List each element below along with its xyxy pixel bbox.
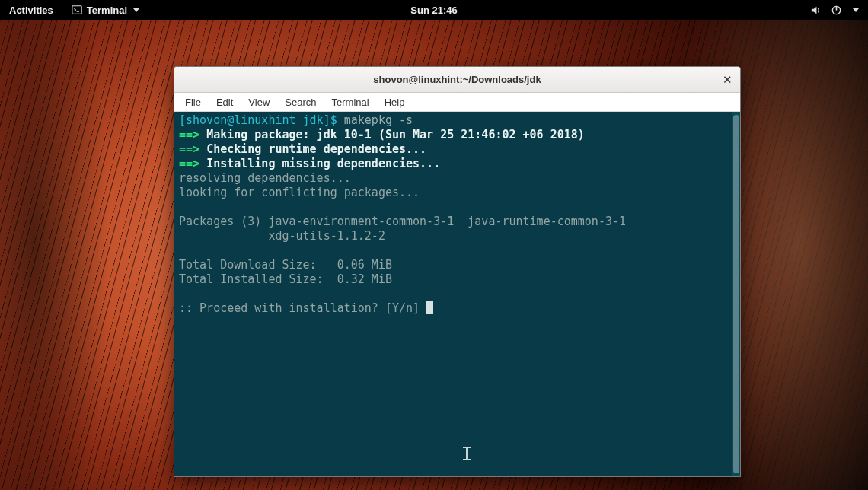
terminal-cursor <box>426 301 433 314</box>
clock-label[interactable]: Sun 21:46 <box>410 5 457 16</box>
output-line: Total Installed Size: 0.32 MiB <box>179 272 392 286</box>
command-text: makepkg -s <box>344 113 413 127</box>
arrow-marker: ==> <box>179 128 199 142</box>
menu-edit[interactable]: Edit <box>209 94 241 110</box>
terminal-icon <box>72 5 82 15</box>
volume-icon[interactable] <box>810 5 822 16</box>
output-line: Checking runtime dependencies... <box>206 142 426 156</box>
output-line: resolving dependencies... <box>179 171 351 185</box>
output-line: Installing missing dependencies... <box>206 157 440 170</box>
chevron-down-icon[interactable] <box>853 8 859 12</box>
menu-view[interactable]: View <box>241 94 277 110</box>
output-line: xdg-utils-1.1.2-2 <box>179 229 385 243</box>
terminal-window: shovon@linuxhint:~/Downloads/jdk ✕ File … <box>174 66 741 477</box>
prompt: [shovon@linuxhint jdk]$ <box>179 113 337 127</box>
menu-file[interactable]: File <box>177 94 209 110</box>
window-title: shovon@linuxhint:~/Downloads/jdk <box>373 74 541 85</box>
output-line: Total Download Size: 0.06 MiB <box>179 258 392 272</box>
output-line: :: Proceed with installation? [Y/n] <box>179 301 426 315</box>
chevron-down-icon <box>133 8 139 12</box>
app-menu-label: Terminal <box>87 5 127 16</box>
menubar: File Edit View Search Terminal Help <box>174 93 740 112</box>
terminal-scrollbar[interactable] <box>732 112 740 476</box>
menu-help[interactable]: Help <box>377 94 413 110</box>
top-panel: Activities Terminal Sun 21:46 <box>0 0 868 20</box>
menu-terminal[interactable]: Terminal <box>324 94 377 110</box>
svg-rect-0 <box>72 6 81 14</box>
terminal-viewport[interactable]: [shovon@linuxhint jdk]$ makepkg -s ==> M… <box>174 112 732 476</box>
arrow-marker: ==> <box>179 142 199 156</box>
arrow-marker: ==> <box>179 157 199 170</box>
power-icon[interactable] <box>831 5 842 16</box>
activities-button[interactable]: Activities <box>0 2 62 19</box>
output-line: Packages (3) java-environment-common-3-1… <box>179 215 626 228</box>
window-close-button[interactable]: ✕ <box>720 73 734 87</box>
output-line: looking for conflicting packages... <box>179 186 420 199</box>
app-menu-button[interactable]: Terminal <box>62 2 148 19</box>
output-line: Making package: jdk 10-1 (Sun Mar 25 21:… <box>206 128 585 142</box>
window-titlebar[interactable]: shovon@linuxhint:~/Downloads/jdk ✕ <box>174 67 740 93</box>
menu-search[interactable]: Search <box>277 94 324 110</box>
scrollbar-thumb[interactable] <box>733 115 739 473</box>
